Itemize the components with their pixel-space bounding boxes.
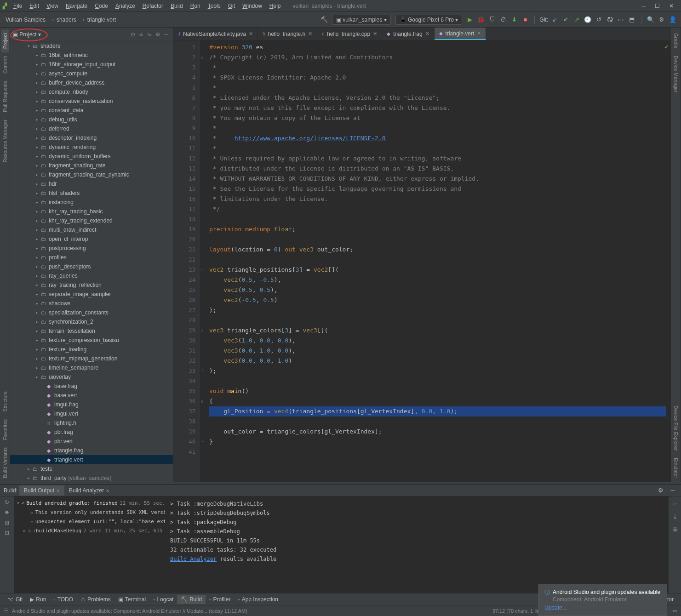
tw-problems[interactable]: ⚠Problems [77,595,114,604]
menu-build[interactable]: Build [167,1,187,11]
tree-node[interactable]: ◆pbr.frag [10,428,173,437]
tree-node[interactable]: hlighting.h [10,418,173,428]
tree-node[interactable]: ▸🗀16bit_arithmetic [10,51,173,60]
menu-navigate[interactable]: Navigate [62,1,91,11]
tw-logcat[interactable]: ◦Logcat [149,595,177,604]
code-editor[interactable]: 1234567891011121314151617181920212223242… [173,40,671,482]
tab-build-analyzer[interactable]: Build Analyzer✕ [64,485,114,496]
tree-node[interactable]: ▸🗀hlsl_shaders [10,188,173,198]
side-tab-resource-manager[interactable]: Resource Manager [1,116,9,166]
tree-node[interactable]: ▾🗁shaders [10,41,173,51]
tree-node[interactable]: ▸🗀debug_utils [10,115,173,124]
run-icon[interactable]: ▶ [465,15,475,24]
menu-edit[interactable]: Edit [26,1,43,11]
tree-node[interactable]: ▸🗀push_descriptors [10,262,173,271]
tree-node[interactable]: ▸🗀dynamic_rendering [10,143,173,152]
side-tab-pull-requests[interactable]: Pull Requests [1,77,9,116]
collapse-all-icon[interactable]: ≒ [145,30,154,39]
tree-node[interactable]: ▸🗀specialization_constants [10,308,173,317]
side-tab-device-manager[interactable]: Device Manager [672,52,680,96]
tree-node[interactable]: ▸🗀texture_compression_basisu [10,336,173,345]
tree-node[interactable]: ▸🗀khr_ray_tracing_basic [10,207,173,216]
tree-node[interactable]: ◆base.frag [10,382,173,391]
editor-tab[interactable]: JNativeSampleActivity.java✕ [173,28,258,40]
sdk-icon[interactable]: ⬒ [627,15,636,24]
menu-view[interactable]: View [43,1,62,11]
tree-node[interactable]: ▸🗀third_party[vulkan_samples] [10,473,173,482]
tree-node[interactable]: ▸🗀shadows [10,299,173,308]
sync-icon[interactable]: 🗘 [605,15,614,24]
update-notification[interactable]: ⓘ Android Studio and plugin updates avai… [538,584,667,616]
scroll-end-icon[interactable]: ⤓ [673,512,677,521]
tree-node[interactable]: ◆triangle.vert [10,455,173,464]
tree-node[interactable]: ◆triangle.frag [10,446,173,455]
tw-terminal[interactable]: ▣Terminal [114,595,149,604]
tree-node[interactable]: ▸🗀async_compute [10,69,173,78]
git-update-icon[interactable]: ↙ [550,15,559,24]
tw-todo[interactable]: ◦TODO [50,595,77,604]
tree-node[interactable]: ▸🗀postprocessing [10,244,173,253]
tree-node[interactable]: ▸🗀16bit_storage_input_output [10,60,173,69]
minimize-button[interactable]: ─ [637,1,650,11]
git-rollback-icon[interactable]: ↺ [594,15,603,24]
tree-node[interactable]: ▸🗀texture_loading [10,345,173,354]
editor-tab[interactable]: ◆triangle.frag✕ [382,28,434,40]
build-console[interactable]: > Task :mergeDebugNativeLibs> Task :stri… [166,496,681,593]
side-tab-device-file-explorer[interactable]: Device File Explorer [672,402,680,454]
search-icon[interactable]: 🔍 [646,15,655,24]
crumb-item[interactable]: ›triangle.vert [78,16,118,24]
tree-node[interactable]: ▸🗀multi_draw_indirect [10,225,173,234]
tree-node[interactable]: ▸🗀timeline_semaphore [10,363,173,372]
side-tab-commit[interactable]: Commit [1,52,9,77]
menu-window[interactable]: Window [239,1,266,11]
rerun-icon[interactable]: ↻ [5,499,9,506]
project-tree[interactable]: ▾🗁shaders▸🗀16bit_arithmetic▸🗀16bit_stora… [10,41,173,482]
tree-node[interactable]: ▸🗀dynamic_uniform_buffers [10,152,173,161]
tree-node[interactable]: ▸🗀instancing [10,198,173,207]
collapse-icon[interactable]: ⊟ [5,530,9,536]
update-link[interactable]: Update... [544,605,567,611]
print-icon[interactable]: 🖶 [672,525,678,534]
quick-actions-icon[interactable]: ☰ [4,608,8,614]
tree-node[interactable]: ▸🗀fragment_shading_rate_dynamic [10,170,173,179]
build-messages[interactable]: ▾ ✔ Build android_gradle: finished 11 mi… [14,496,166,593]
tree-node[interactable]: ▸🗀descriptor_indexing [10,133,173,143]
menu-help[interactable]: Help [266,1,285,11]
tw-profiler[interactable]: ◦Profiler [206,595,234,604]
side-tab-emulator[interactable]: Emulator [672,454,680,482]
tab-build-output[interactable]: Build Output✕ [19,485,64,496]
hide-icon[interactable]: ─ [162,30,170,39]
locate-icon[interactable]: ⊙ [129,30,137,39]
status-message[interactable]: Android Studio and plugin updates availa… [12,608,247,614]
tree-node[interactable]: ▸🗀synchronization_2 [10,317,173,326]
profile-icon[interactable]: ⏱ [498,15,508,24]
tree-node[interactable]: ▸🗀separate_image_sampler [10,290,173,299]
crumb-item[interactable]: Vulkan-Samples [4,16,47,24]
run-config-dropdown[interactable]: ▣ vulkan_samples ▾ [332,15,391,25]
tree-node[interactable]: ◆imgui.vert [10,409,173,418]
menu-tools[interactable]: Tools [204,1,224,11]
tree-node[interactable]: ▸🗀open_cl_interop [10,234,173,244]
coverage-icon[interactable]: ⛉ [487,15,497,24]
maximize-button[interactable]: ☐ [650,1,664,11]
side-tab-gradle[interactable]: Gradle [672,29,680,52]
editor-tab[interactable]: ◆triangle.vert✕ [435,28,486,40]
tree-node[interactable]: ▸🗀buffer_device_address [10,78,173,87]
stop-icon[interactable]: ■ [521,15,530,24]
tw-git[interactable]: ⌥Git [4,595,26,604]
attach-icon[interactable]: ⬇ [509,15,519,24]
tree-node[interactable]: ▸🗀hdr [10,179,173,188]
close-button[interactable]: ✕ [664,1,678,11]
tree-node[interactable]: ▸🗀fragment_shading_rate [10,161,173,170]
menu-code[interactable]: Code [91,1,112,11]
tree-node[interactable]: ▸🗀ray_queries [10,271,173,280]
editor-tab[interactable]: chello_triangle.cpp✕ [317,28,382,40]
tree-node[interactable]: ▸🗀uioverlay [10,372,173,382]
tree-node[interactable]: ▸🗀texture_mipmap_generation [10,354,173,363]
expand-all-icon[interactable]: ≑ [137,30,145,39]
memory-icon[interactable]: ▭ [673,608,677,614]
crumb-item[interactable]: ›shaders [47,16,78,24]
soft-wrap-icon[interactable]: ↩ [673,499,676,508]
menu-analyze[interactable]: Analyze [112,1,139,11]
tree-node[interactable]: ▸🗀khr_ray_tracing_extended [10,216,173,225]
